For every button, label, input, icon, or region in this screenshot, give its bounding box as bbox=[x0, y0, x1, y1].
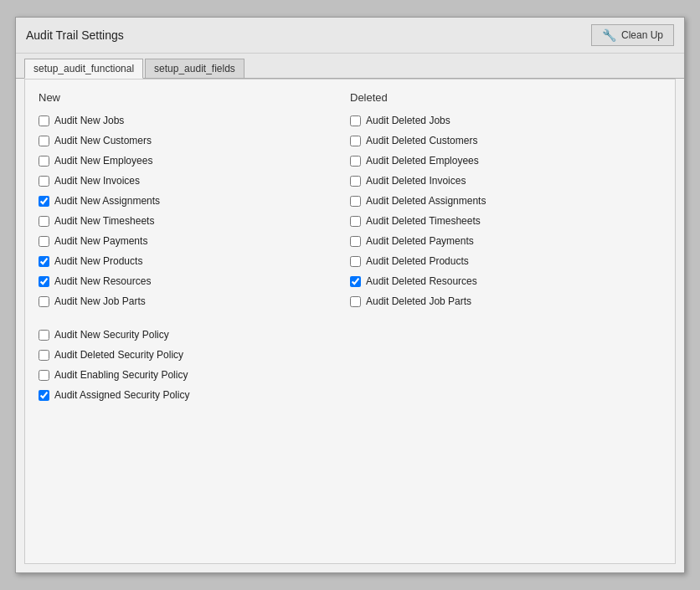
tab-fields[interactable]: setup_audit_fields bbox=[145, 59, 244, 78]
deleted-column-header: Deleted bbox=[350, 91, 661, 104]
cleanup-label: Clean Up bbox=[621, 29, 663, 41]
new-column-header: New bbox=[39, 91, 350, 104]
new-item: Audit New Payments bbox=[39, 233, 350, 249]
deleted-item-checkbox-0[interactable] bbox=[350, 115, 361, 126]
new-item-label: Audit New Timesheets bbox=[54, 213, 154, 229]
tabs-bar: setup_audit_functional setup_audit_field… bbox=[16, 54, 684, 79]
new-item: Audit New Invoices bbox=[39, 172, 350, 189]
security-item: Audit New Security Policy bbox=[39, 326, 661, 343]
new-item: Audit New Timesheets bbox=[39, 213, 350, 229]
security-item-label: Audit New Security Policy bbox=[54, 326, 169, 343]
content-area: New Audit New JobsAudit New CustomersAud… bbox=[24, 79, 676, 564]
deleted-column: Deleted Audit Deleted JobsAudit Deleted … bbox=[350, 91, 661, 313]
deleted-item-label: Audit Deleted Assignments bbox=[366, 192, 486, 209]
deleted-item-checkbox-4[interactable] bbox=[350, 196, 361, 207]
new-item-label: Audit New Assignments bbox=[54, 192, 160, 209]
window-title: Audit Trail Settings bbox=[26, 28, 124, 42]
new-item-checkbox-2[interactable] bbox=[39, 156, 49, 167]
main-columns: New Audit New JobsAudit New CustomersAud… bbox=[39, 91, 661, 313]
title-bar: Audit Trail Settings 🔧 Clean Up bbox=[16, 18, 684, 54]
new-item-label: Audit New Invoices bbox=[54, 172, 140, 189]
deleted-item: Audit Deleted Customers bbox=[350, 132, 661, 149]
deleted-item-checkbox-6[interactable] bbox=[350, 236, 361, 247]
deleted-item-label: Audit Deleted Payments bbox=[366, 233, 474, 249]
new-column: New Audit New JobsAudit New CustomersAud… bbox=[39, 91, 350, 313]
deleted-item: Audit Deleted Job Parts bbox=[350, 293, 661, 310]
new-item-label: Audit New Products bbox=[54, 253, 142, 269]
new-item-checkbox-8[interactable] bbox=[39, 276, 49, 287]
new-item-checkbox-0[interactable] bbox=[39, 115, 49, 126]
main-window: Audit Trail Settings 🔧 Clean Up setup_au… bbox=[15, 17, 685, 573]
deleted-item-checkbox-1[interactable] bbox=[350, 136, 361, 146]
deleted-item: Audit Deleted Assignments bbox=[350, 192, 661, 209]
new-item-checkbox-1[interactable] bbox=[39, 136, 49, 146]
deleted-item-checkbox-7[interactable] bbox=[350, 256, 361, 267]
security-item-checkbox-1[interactable] bbox=[39, 350, 49, 361]
new-item-label: Audit New Employees bbox=[54, 152, 152, 169]
new-item-label: Audit New Customers bbox=[54, 132, 152, 149]
new-item: Audit New Products bbox=[39, 253, 350, 269]
security-item: Audit Enabling Security Policy bbox=[39, 367, 661, 383]
new-items-list: Audit New JobsAudit New CustomersAudit N… bbox=[39, 112, 350, 310]
new-item: Audit New Resources bbox=[39, 273, 350, 290]
new-item-checkbox-9[interactable] bbox=[39, 296, 49, 307]
deleted-item: Audit Deleted Jobs bbox=[350, 112, 661, 129]
new-item: Audit New Jobs bbox=[39, 112, 350, 129]
deleted-item-checkbox-5[interactable] bbox=[350, 216, 361, 227]
deleted-item-checkbox-9[interactable] bbox=[350, 296, 361, 307]
broom-icon: 🔧 bbox=[602, 28, 616, 42]
deleted-item-label: Audit Deleted Job Parts bbox=[366, 293, 471, 310]
security-item-label: Audit Enabling Security Policy bbox=[54, 367, 188, 383]
deleted-item-label: Audit Deleted Jobs bbox=[366, 112, 450, 129]
new-item-label: Audit New Job Parts bbox=[54, 293, 146, 310]
new-item-checkbox-4[interactable] bbox=[39, 196, 49, 207]
security-item-checkbox-2[interactable] bbox=[39, 370, 49, 381]
deleted-item-label: Audit Deleted Resources bbox=[366, 273, 477, 290]
deleted-items-list: Audit Deleted JobsAudit Deleted Customer… bbox=[350, 112, 661, 310]
new-item: Audit New Customers bbox=[39, 132, 350, 149]
new-item-label: Audit New Payments bbox=[54, 233, 147, 249]
deleted-item-checkbox-3[interactable] bbox=[350, 176, 361, 187]
deleted-item: Audit Deleted Invoices bbox=[350, 172, 661, 189]
cleanup-button[interactable]: 🔧 Clean Up bbox=[591, 24, 674, 46]
new-item-checkbox-7[interactable] bbox=[39, 256, 49, 267]
new-item-label: Audit New Jobs bbox=[54, 112, 124, 129]
deleted-item: Audit Deleted Resources bbox=[350, 273, 661, 290]
security-item-checkbox-3[interactable] bbox=[39, 390, 49, 401]
new-item: Audit New Employees bbox=[39, 152, 350, 169]
new-item: Audit New Job Parts bbox=[39, 293, 350, 310]
deleted-item: Audit Deleted Employees bbox=[350, 152, 661, 169]
new-item-checkbox-3[interactable] bbox=[39, 176, 49, 187]
security-item-label: Audit Assigned Security Policy bbox=[54, 387, 189, 403]
security-item: Audit Deleted Security Policy bbox=[39, 346, 661, 363]
deleted-item: Audit Deleted Payments bbox=[350, 233, 661, 249]
deleted-item-label: Audit Deleted Timesheets bbox=[366, 213, 481, 229]
deleted-item: Audit Deleted Products bbox=[350, 253, 661, 269]
deleted-item-label: Audit Deleted Products bbox=[366, 253, 469, 269]
security-section: Audit New Security PolicyAudit Deleted S… bbox=[39, 326, 661, 403]
tab-functional[interactable]: setup_audit_functional bbox=[24, 59, 143, 79]
security-item: Audit Assigned Security Policy bbox=[39, 387, 661, 403]
security-items-list: Audit New Security PolicyAudit Deleted S… bbox=[39, 326, 661, 403]
new-item-checkbox-6[interactable] bbox=[39, 236, 49, 247]
security-item-checkbox-0[interactable] bbox=[39, 330, 49, 341]
new-item-checkbox-5[interactable] bbox=[39, 216, 49, 227]
deleted-item-label: Audit Deleted Employees bbox=[366, 152, 479, 169]
deleted-item-label: Audit Deleted Invoices bbox=[366, 172, 466, 189]
deleted-item: Audit Deleted Timesheets bbox=[350, 213, 661, 229]
deleted-item-checkbox-8[interactable] bbox=[350, 276, 361, 287]
deleted-item-checkbox-2[interactable] bbox=[350, 156, 361, 167]
deleted-item-label: Audit Deleted Customers bbox=[366, 132, 477, 149]
new-item-label: Audit New Resources bbox=[54, 273, 151, 290]
new-item: Audit New Assignments bbox=[39, 192, 350, 209]
security-item-label: Audit Deleted Security Policy bbox=[54, 346, 183, 363]
